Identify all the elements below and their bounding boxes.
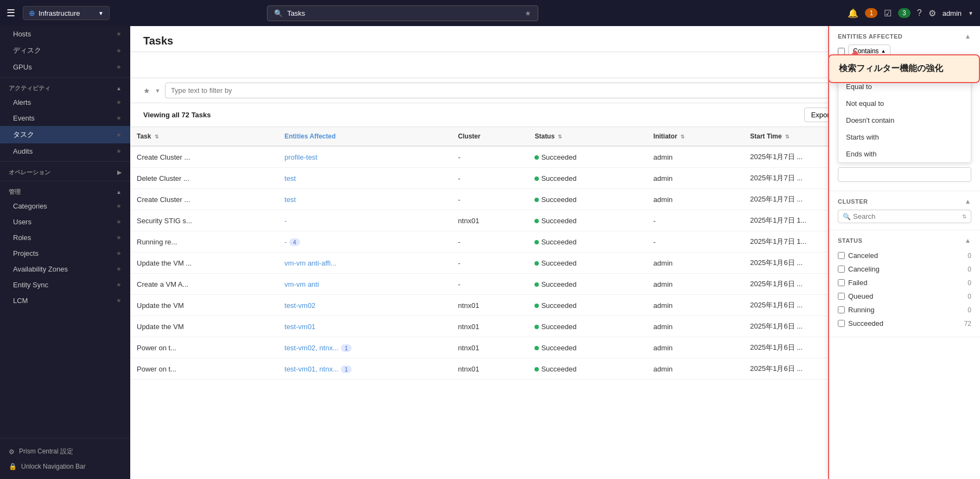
search-input[interactable] (287, 9, 520, 17)
cluster-search-container: 🔍 ⇅ (838, 210, 971, 223)
star-icon[interactable]: ★ (116, 203, 122, 210)
section-operations[interactable]: オペレーション ▶ (0, 164, 130, 179)
section-management[interactable]: 管理 ▲ (0, 184, 130, 198)
topnav-right-actions: 🔔 1 ☑ 3 ? ⚙ admin ▼ (848, 8, 973, 18)
status-checkbox[interactable] (838, 252, 845, 259)
contains-option-ends[interactable]: Ends with (838, 146, 971, 162)
star-icon[interactable]: ★ (116, 281, 122, 288)
sidebar-item-hosts[interactable]: Hosts ★ (0, 26, 130, 42)
status-checkbox[interactable] (838, 306, 845, 313)
sidebar-item-audits[interactable]: Audits ★ (0, 143, 130, 159)
app-switcher[interactable]: ⊕ Infrastructure ▼ (23, 6, 110, 20)
status-filter-row: Canceled 0 (838, 249, 971, 262)
star-icon[interactable]: ★ (525, 9, 531, 17)
star-icon[interactable]: ★ (116, 115, 122, 122)
star-icon[interactable]: ★ (116, 297, 122, 304)
user-chevron-icon: ▼ (968, 10, 973, 16)
col-entities: Entities Affected (278, 127, 451, 146)
status-checkbox[interactable] (838, 266, 845, 273)
contains-option-doesnt-contain[interactable]: Doesn't contain (838, 112, 971, 129)
entities-checkbox[interactable] (838, 48, 845, 55)
unlock-nav[interactable]: 🔒 Unlock Navigation Bar (9, 459, 122, 474)
status-checkbox[interactable] (838, 293, 845, 300)
sort-icon: ⇅ (155, 134, 159, 140)
cell-status: Succeeded (528, 210, 647, 231)
cell-entities: test-vm02, ntnx...1 (278, 337, 451, 358)
filter-entities-header[interactable]: ENTITIES AFFECTED ▲ (838, 33, 971, 40)
status-filter-row: Succeeded 72 (838, 317, 971, 330)
sidebar-item-users[interactable]: Users ★ (0, 214, 130, 230)
filter-star-icon[interactable]: ★ (143, 86, 150, 95)
cell-cluster: - (451, 253, 528, 274)
entities-filter-input[interactable] (838, 167, 971, 182)
status-label[interactable]: Canceling (838, 265, 880, 273)
status-label[interactable]: Queued (838, 292, 873, 300)
user-menu[interactable]: admin (943, 9, 962, 17)
status-dot (534, 367, 539, 371)
filter-input[interactable] (165, 83, 914, 98)
sidebar-item-events[interactable]: Events ★ (0, 110, 130, 126)
star-icon[interactable]: ★ (116, 64, 122, 71)
globe-icon: ⊕ (29, 9, 35, 17)
status-checkbox[interactable] (838, 320, 845, 327)
filter-chevron-icon[interactable]: ▼ (155, 87, 161, 94)
status-filter-row: Queued 0 (838, 289, 971, 303)
settings-icon[interactable]: ⚙ (928, 8, 936, 18)
hamburger-icon[interactable]: ☰ (7, 7, 15, 19)
star-icon[interactable]: ★ (116, 30, 122, 37)
star-icon[interactable]: ★ (116, 99, 122, 106)
status-label[interactable]: Failed (838, 279, 867, 287)
star-icon[interactable]: ★ (116, 234, 122, 241)
cell-task: Security STIG s... (130, 210, 278, 231)
col-initiator[interactable]: Initiator ⇅ (647, 127, 743, 146)
status-count: 72 (964, 320, 971, 327)
lock-icon: 🔒 (9, 463, 17, 470)
viewing-label: Viewing all 72 Tasks (143, 111, 211, 119)
tag-badge: 4 (289, 238, 300, 246)
status-label[interactable]: Canceled (838, 251, 878, 260)
alert-badge[interactable]: 1 (865, 8, 877, 18)
status-label[interactable]: Succeeded (838, 319, 883, 327)
status-checkbox[interactable] (838, 279, 845, 286)
contains-option-not-equal[interactable]: Not equal to (838, 95, 971, 112)
bell-icon[interactable]: 🔔 (848, 8, 858, 18)
sidebar-item-gpus[interactable]: GPUs ★ (0, 59, 130, 75)
sidebar-item-categories[interactable]: Categories ★ (0, 198, 130, 214)
contains-option-starts[interactable]: Starts with (838, 129, 971, 146)
sidebar-item-entity-sync[interactable]: Entity Sync ★ (0, 277, 130, 293)
sidebar-item-projects[interactable]: Projects ★ (0, 245, 130, 261)
star-icon[interactable]: ★ (116, 218, 122, 225)
star-icon[interactable]: ★ (116, 250, 122, 257)
chevron-down-icon: ⇅ (962, 213, 966, 219)
sidebar-item-availability-zones[interactable]: Availability Zones ★ (0, 261, 130, 277)
sidebar-item-tasks[interactable]: タスク ★ (0, 126, 130, 143)
status-count: 0 (968, 279, 971, 287)
divider (0, 161, 130, 162)
chevron-down-icon: ▼ (98, 10, 104, 16)
cell-initiator: admin (647, 253, 743, 274)
tasks-icon[interactable]: ☑ (884, 8, 892, 18)
star-icon[interactable]: ★ (116, 47, 122, 54)
status-label[interactable]: Running (838, 306, 874, 314)
sort-icon: ⇅ (680, 134, 685, 140)
col-status[interactable]: Status ⇅ (528, 127, 647, 146)
col-task[interactable]: Task ⇅ (130, 127, 278, 146)
chevron-up-icon: ▲ (965, 198, 971, 205)
global-search[interactable]: 🔍 ★ (267, 5, 538, 21)
sidebar-item-roles[interactable]: Roles ★ (0, 230, 130, 245)
filter-cluster-header[interactable]: CLUSTER ▲ (838, 198, 971, 205)
sidebar-item-lcm[interactable]: LCM ★ (0, 293, 130, 308)
sidebar-item-alerts[interactable]: Alerts ★ (0, 94, 130, 110)
help-icon[interactable]: ? (917, 8, 922, 18)
sidebar: Hosts ★ ディスク ★ GPUs ★ アクティビティ ▲ Alerts ★… (0, 26, 130, 479)
star-icon[interactable]: ★ (116, 266, 122, 273)
filter-status-header[interactable]: STATUS ▲ (838, 237, 971, 244)
prism-settings[interactable]: ⚙ Prism Central 設定 (9, 444, 122, 459)
star-icon[interactable]: ★ (116, 148, 122, 155)
section-activity[interactable]: アクティビティ ▲ (0, 80, 130, 94)
alert-count: 1 (869, 9, 873, 17)
star-icon[interactable]: ★ (116, 131, 122, 138)
sidebar-item-disk[interactable]: ディスク ★ (0, 42, 130, 59)
task-badge[interactable]: 3 (898, 8, 911, 18)
cluster-search-input[interactable] (853, 212, 960, 220)
